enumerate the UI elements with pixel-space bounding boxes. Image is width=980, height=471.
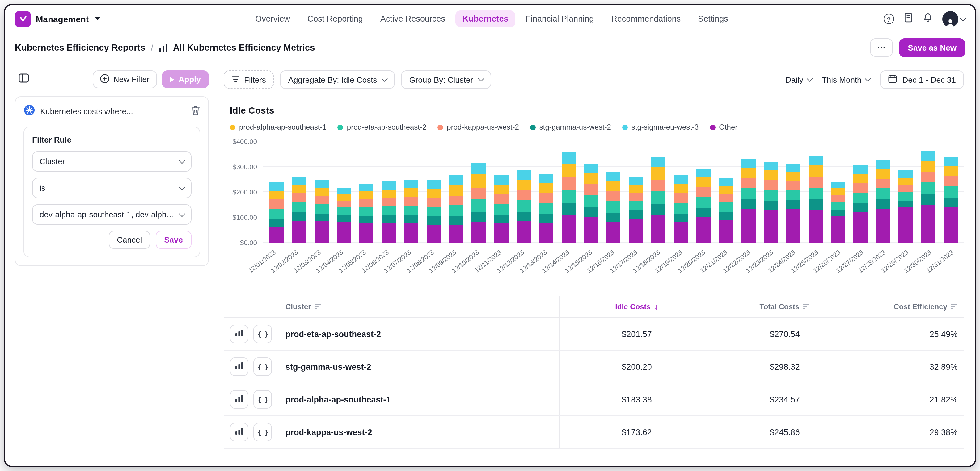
nav-item-recommendations[interactable]: Recommendations: [604, 11, 687, 27]
bar-12-26-2023[interactable]: [831, 182, 845, 243]
bar-segment-prod-eta-ap-southeast-2: [359, 207, 374, 216]
column-header-label: Cluster: [285, 302, 311, 311]
bar-12-01-2023[interactable]: [269, 182, 284, 243]
row-code-button[interactable]: { }: [253, 390, 272, 409]
row-chart-button[interactable]: [230, 325, 248, 343]
bar-12-09-2023[interactable]: [449, 176, 463, 243]
bar-12-27-2023[interactable]: [854, 165, 868, 243]
save-as-new-button[interactable]: Save as New: [899, 38, 965, 57]
bar-12-07-2023[interactable]: [404, 179, 418, 243]
bar-segment-stg-sigma-eu-west-3: [314, 179, 328, 188]
bar-segment-prod-eta-ap-southeast-2: [292, 202, 306, 213]
column-header-cost-efficiency[interactable]: Cost Efficiency: [856, 296, 964, 317]
bar-segment-other: [269, 227, 284, 243]
y-tick-label: $400.00: [232, 138, 257, 145]
more-actions-button[interactable]: ...: [870, 38, 893, 57]
workspace-switcher[interactable]: Management: [15, 11, 100, 27]
bar-segment-prod-kappa-us-west-2: [674, 193, 688, 203]
bar-12-23-2023[interactable]: [764, 162, 778, 243]
bar-12-19-2023[interactable]: [674, 176, 688, 243]
bar-12-20-2023[interactable]: [696, 169, 711, 243]
bar-12-08-2023[interactable]: [427, 180, 441, 243]
bar-12-28-2023[interactable]: [876, 160, 890, 243]
idle_costs-value: $201.57: [559, 318, 714, 350]
bar-segment-prod-kappa-us-west-2: [651, 179, 665, 191]
collapse-sidebar-button[interactable]: [15, 71, 32, 88]
apply-button[interactable]: Apply: [162, 70, 209, 88]
bar-12-10-2023[interactable]: [471, 163, 486, 243]
bar-segment-prod-alpha-ap-southeast-1: [943, 166, 958, 176]
column-header-cluster[interactable]: Cluster: [280, 296, 559, 317]
aggregate-by-select[interactable]: Aggregate By: Idle Costs: [280, 70, 395, 89]
brand-logo: [15, 11, 31, 27]
bar-12-25-2023[interactable]: [808, 155, 823, 243]
bar-segment-stg-sigma-eu-west-3: [606, 171, 621, 181]
bar-segment-stg-sigma-eu-west-3: [269, 182, 284, 191]
bar-12-11-2023[interactable]: [494, 176, 508, 243]
bar-12-31-2023[interactable]: [943, 157, 958, 243]
delete-filter-button[interactable]: [191, 105, 200, 117]
date-range-button[interactable]: Dec 1 - Dec 31: [880, 70, 964, 89]
filter-operator-select[interactable]: is: [32, 178, 192, 198]
bar-12-21-2023[interactable]: [719, 178, 733, 243]
bar-12-05-2023[interactable]: [359, 184, 374, 243]
bar-segment-prod-kappa-us-west-2: [449, 196, 463, 205]
nav-item-cost-reporting[interactable]: Cost Reporting: [301, 11, 370, 27]
granularity-select[interactable]: Daily: [785, 75, 812, 84]
bar-segment-prod-eta-ap-southeast-2: [786, 190, 800, 200]
bar-segment-stg-gamma-us-west-2: [651, 204, 665, 214]
filter-value-select[interactable]: dev-alpha-ap-southeast-1, dev-alpha-ap-s…: [32, 204, 192, 225]
period-select[interactable]: This Month: [822, 75, 870, 84]
document-icon: [904, 12, 913, 25]
group-by-select[interactable]: Group By: Cluster: [401, 70, 491, 89]
filters-button[interactable]: Filters: [224, 70, 274, 89]
row-code-button[interactable]: { }: [253, 357, 272, 376]
row-chart-button[interactable]: [230, 423, 248, 441]
column-header-total-costs[interactable]: Total Costs: [714, 296, 856, 317]
bar-segment-stg-sigma-eu-west-3: [651, 157, 665, 167]
column-header-label: Idle Costs: [615, 302, 651, 311]
breadcrumb-parent[interactable]: Kubernetes Efficiency Reports: [15, 43, 145, 52]
bar-segment-stg-gamma-us-west-2: [629, 211, 643, 219]
bar-12-29-2023[interactable]: [899, 170, 913, 243]
bar-12-13-2023[interactable]: [539, 174, 553, 243]
help-button[interactable]: ?: [884, 14, 894, 24]
nav-item-overview[interactable]: Overview: [248, 11, 297, 27]
bar-12-24-2023[interactable]: [786, 164, 800, 243]
bar-segment-other: [876, 208, 890, 243]
notifications-button[interactable]: [923, 12, 933, 25]
save-filter-button[interactable]: Save: [155, 231, 192, 249]
bar-12-22-2023[interactable]: [741, 159, 756, 243]
bar-segment-prod-alpha-ap-southeast-1: [764, 170, 778, 180]
nav-item-financial-planning[interactable]: Financial Planning: [519, 11, 601, 27]
nav-item-settings[interactable]: Settings: [691, 11, 735, 27]
row-chart-button[interactable]: [230, 357, 248, 376]
account-menu[interactable]: [942, 11, 965, 27]
row-code-button[interactable]: { }: [253, 325, 272, 343]
bar-12-02-2023[interactable]: [292, 176, 306, 243]
bar-segment-prod-kappa-us-west-2: [584, 184, 598, 195]
bar-12-14-2023[interactable]: [562, 153, 576, 243]
bar-segment-stg-sigma-eu-west-3: [292, 176, 306, 185]
bar-12-16-2023[interactable]: [606, 171, 621, 243]
bar-segment-stg-sigma-eu-west-3: [741, 159, 756, 168]
nav-item-kubernetes[interactable]: Kubernetes: [456, 11, 515, 27]
bar-12-30-2023[interactable]: [921, 152, 935, 243]
bar-12-15-2023[interactable]: [584, 164, 598, 243]
row-code-button[interactable]: { }: [253, 423, 272, 441]
row-chart-button[interactable]: [230, 390, 248, 409]
changelog-button[interactable]: [904, 12, 913, 25]
bar-12-06-2023[interactable]: [382, 181, 396, 243]
bar-12-04-2023[interactable]: [337, 188, 351, 243]
bar-12-18-2023[interactable]: [651, 157, 665, 243]
filter-field-select[interactable]: Cluster: [32, 151, 192, 171]
cluster-name: prod-alpha-ap-southeast-1: [280, 383, 559, 415]
bar-segment-stg-gamma-us-west-2: [606, 213, 621, 222]
new-filter-button[interactable]: New Filter: [93, 70, 157, 88]
bar-12-12-2023[interactable]: [517, 170, 531, 243]
column-header-idle-costs[interactable]: Idle Costs↓: [559, 296, 714, 317]
bar-12-03-2023[interactable]: [314, 179, 328, 243]
nav-item-active-resources[interactable]: Active Resources: [374, 11, 452, 27]
bar-12-17-2023[interactable]: [629, 178, 643, 243]
cancel-button[interactable]: Cancel: [109, 231, 150, 249]
